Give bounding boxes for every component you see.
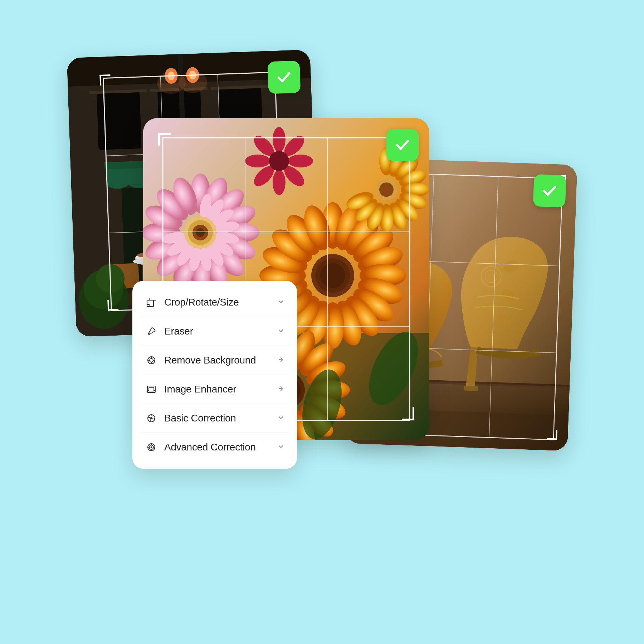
svg-point-170 <box>273 127 286 152</box>
check-icon-cafe <box>275 68 293 87</box>
svg-rect-190 <box>402 419 414 420</box>
scene-wrapper: CAFÉ <box>72 54 572 590</box>
image-enhancer-icon <box>145 383 158 396</box>
svg-rect-201 <box>149 387 154 391</box>
menu-item-advanced-correction[interactable]: Advanced Correction <box>132 433 297 462</box>
menu-panel: Crop/Rotate/Size Eraser <box>132 281 297 469</box>
basic-correction-icon <box>145 412 158 425</box>
svg-rect-185 <box>158 133 160 146</box>
check-badge-cafe <box>267 60 301 94</box>
svg-point-176 <box>245 155 270 167</box>
remove-bg-icon <box>145 354 158 367</box>
svg-point-205 <box>150 417 152 419</box>
image-enhancer-label: Image Enhancer <box>164 384 274 395</box>
check-icon-shoes <box>540 182 559 200</box>
check-badge-flowers <box>386 129 419 161</box>
svg-point-132 <box>320 263 345 288</box>
svg-point-193 <box>148 333 150 335</box>
svg-point-208 <box>151 447 152 448</box>
svg-point-195 <box>150 358 153 362</box>
svg-point-172 <box>288 155 313 167</box>
svg-rect-184 <box>158 133 171 135</box>
crop-action <box>274 297 284 307</box>
basic-correction-label: Basic Correction <box>164 413 274 424</box>
menu-item-image-enhancer[interactable]: Image Enhancer <box>132 375 297 404</box>
menu-item-basic-correction[interactable]: Basic Correction <box>132 404 297 433</box>
svg-rect-191 <box>413 407 414 420</box>
svg-rect-192 <box>147 300 153 307</box>
image-enhancer-action <box>274 384 284 394</box>
crop-icon <box>145 296 158 309</box>
menu-item-eraser[interactable]: Eraser <box>132 317 297 346</box>
remove-bg-label: Remove Background <box>164 355 274 366</box>
remove-bg-action <box>274 355 284 365</box>
basic-correction-action <box>274 413 284 423</box>
eraser-icon <box>145 325 158 338</box>
advanced-correction-action <box>274 442 284 452</box>
svg-point-178 <box>269 151 289 171</box>
eraser-action <box>274 326 284 336</box>
advanced-correction-icon <box>145 441 158 454</box>
menu-item-crop[interactable]: Crop/Rotate/Size <box>132 288 297 317</box>
eraser-label: Eraser <box>164 326 274 337</box>
svg-point-165 <box>379 182 394 197</box>
crop-label: Crop/Rotate/Size <box>164 297 274 308</box>
svg-point-174 <box>273 170 286 195</box>
advanced-correction-label: Advanced Correction <box>164 441 274 453</box>
menu-item-remove-bg[interactable]: Remove Background <box>132 346 297 375</box>
check-badge-shoes <box>533 174 566 208</box>
svg-rect-2 <box>97 91 142 150</box>
svg-point-109 <box>196 228 205 237</box>
card-flowers: Crop/Rotate/Size Eraser <box>143 118 429 440</box>
check-icon-flowers <box>394 136 411 154</box>
